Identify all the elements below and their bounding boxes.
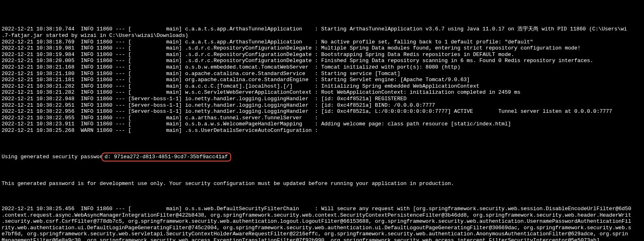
log-line: 2022-12-21 10:38:18.769 INFO 11860 --- […	[2, 39, 642, 45]
log-output-after: 2022-12-21 10:38:25.456 INFO 11860 --- […	[2, 206, 642, 241]
log-line: 2022-12-21 10:38:21.181 INFO 11860 --- […	[2, 77, 642, 83]
blank-line	[2, 140, 642, 146]
log-line: .context.request.async.WebAsyncManagerIn…	[2, 212, 642, 219]
blank-line	[2, 193, 642, 200]
log-line: e7bf6d, org.springframework.security.web…	[2, 231, 642, 237]
log-line: .7-fatjar.jar started by wizai in C:\Use…	[2, 32, 642, 39]
log-line: 2022-12-21 10:38:25.268 WARN 11860 --- […	[2, 127, 642, 134]
log-line: 2022-12-21 10:38:22.956 INFO 11860 --- […	[2, 108, 642, 115]
log-line: 2022-12-21 10:38:21.282 INFO 11860 --- […	[2, 83, 642, 90]
password-line: Using generated security password: 971ea…	[2, 153, 642, 161]
log-output-before: 2022-12-21 10:38:10.744 INFO 11860 --- […	[2, 26, 642, 133]
log-line: 2022-12-21 10:38:22.948 INFO 11860 --- […	[2, 96, 642, 102]
log-line: rity.web.authentication.ui.DefaultLoginP…	[2, 225, 642, 231]
log-line: 2022-12-21 10:38:19.984 INFO 11860 --- […	[2, 52, 642, 58]
dev-warning-line: This generated password is for developme…	[2, 181, 642, 187]
log-line: 2022-12-21 10:38:22.955 INFO 11860 --- […	[2, 115, 642, 121]
log-line: 2022-12-21 10:38:23.911 INFO 11860 --- […	[2, 121, 642, 127]
log-line: .security.web.csrf.CsrfFilter@778db7c5, …	[2, 218, 642, 225]
log-line: 2022-12-21 10:38:22.951 INFO 11860 --- […	[2, 102, 642, 109]
log-line: 2022-12-21 10:38:25.456 INFO 11860 --- […	[2, 206, 642, 212]
log-line: 2022-12-21 10:38:21.168 INFO 11860 --- […	[2, 64, 642, 71]
log-line: ManagementFilter@6e8a9c30, org.springfra…	[2, 237, 642, 241]
password-highlight: d: 971ea272-d813-4851-9cd7-35bf9acc41af	[101, 153, 231, 161]
blank-line	[2, 168, 642, 174]
log-line: 2022-12-21 10:38:21.282 INFO 11860 --- […	[2, 89, 642, 96]
log-line: 2022-12-21 10:38:10.744 INFO 11860 --- […	[2, 26, 642, 32]
log-line: 2022-12-21 10:38:21.180 INFO 11860 --- […	[2, 71, 642, 77]
password-prefix: Using generated security passwor	[2, 154, 103, 160]
log-line: 2022-12-21 10:38:19.981 INFO 11860 --- […	[2, 45, 642, 52]
log-line: 2022-12-21 10:38:20.005 INFO 11860 --- […	[2, 58, 642, 64]
